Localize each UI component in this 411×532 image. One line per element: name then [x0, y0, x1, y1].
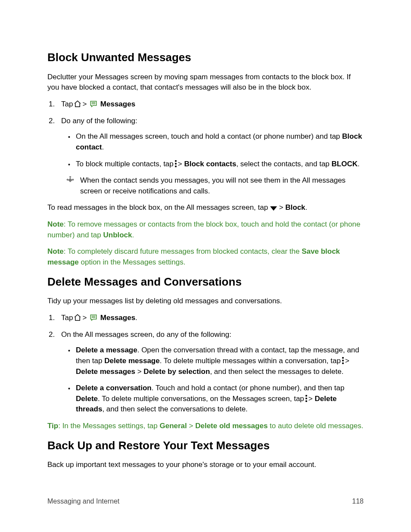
messages-app-label: Messages	[100, 100, 135, 108]
section1-step2: Do any of the following: On the All mess…	[57, 116, 364, 197]
text-segment: .	[132, 231, 134, 239]
more-vert-icon	[174, 160, 178, 168]
svg-rect-2	[175, 165, 177, 167]
bold-delete-a-message: Delete a message	[76, 346, 137, 354]
bold-delete-a-conversation: Delete a conversation	[76, 384, 152, 392]
text-segment: : In the Messages settings, tap	[58, 422, 159, 430]
section2-steps: Tap > Messages. On the All messages scre…	[47, 313, 364, 415]
text-segment: . Touch and hold a contact (or phone num…	[152, 384, 345, 392]
section2-bullets: Delete a message. Open the conversation …	[61, 345, 364, 415]
text-segment: .	[305, 203, 308, 212]
svg-rect-8	[342, 357, 344, 359]
note-label: Note	[47, 247, 64, 255]
svg-rect-9	[342, 360, 344, 361]
svg-marker-7	[270, 206, 277, 211]
text-segment: To block multiple contacts, tap	[76, 160, 174, 168]
bold-unblock: Unblock	[103, 231, 132, 239]
text-segment: to auto delete old messages.	[268, 422, 363, 430]
section2-step2: On the All messages screen, do any of th…	[57, 330, 364, 415]
svg-rect-3	[69, 176, 71, 178]
bold-delete: Delete	[76, 395, 98, 403]
text-segment: .	[358, 160, 360, 168]
more-vert-icon	[341, 357, 345, 364]
bold-block-contacts: Block contacts	[184, 160, 236, 168]
text-segment: . To delete multiple messages within a c…	[160, 357, 341, 365]
diamond-tip-icon	[66, 176, 74, 187]
section1-intro: Declutter your Messages screen by moving…	[47, 72, 364, 93]
diamond-tip-row: When the contact sends you messages, you…	[61, 175, 364, 196]
footer-section-label: Messaging and Internet	[47, 496, 119, 506]
svg-rect-10	[342, 362, 344, 364]
section-heading-block-unwanted: Block Unwanted Messages	[47, 50, 364, 66]
bullet-block-contact: On the All messages screen, touch and ho…	[76, 131, 364, 152]
bold-delete-old-messages: Delete old messages	[195, 422, 268, 430]
text-segment: .	[102, 143, 104, 151]
bullet-block-multiple: To block multiple contacts, tap > Block …	[76, 159, 364, 170]
messages-list-icon	[89, 314, 98, 321]
messages-app-label: Messages	[100, 314, 135, 322]
bold-block-caps: BLOCK	[332, 160, 358, 168]
section2-step1: Tap > Messages.	[57, 313, 364, 324]
svg-rect-6	[68, 178, 72, 182]
bold-delete-messages: Delete messages	[76, 367, 135, 376]
bold-general: General	[159, 422, 187, 430]
section-heading-delete: Delete Messages and Conversations	[47, 274, 364, 290]
section1-bullets: On the All messages screen, touch and ho…	[61, 131, 364, 169]
step1-tap-label: Tap	[61, 314, 73, 322]
text-segment: : To completely discard future messages …	[64, 247, 302, 255]
svg-rect-11	[305, 395, 307, 397]
bullet-delete-message: Delete a message. Open the conversation …	[76, 345, 364, 377]
svg-rect-5	[72, 179, 74, 181]
text-segment: option in the Messages settings.	[79, 258, 186, 266]
svg-rect-1	[175, 163, 177, 165]
messages-list-icon	[89, 100, 98, 108]
bold-delete-by-selection: Delete by selection	[143, 367, 210, 376]
home-icon	[73, 314, 82, 321]
text-segment: . To delete multiple conversations, on t…	[98, 395, 304, 403]
svg-rect-13	[305, 400, 307, 402]
home-icon	[73, 100, 82, 108]
note-unblock: Note: To remove messages or contacts fro…	[47, 219, 364, 240]
section1-step1: Tap > Messages	[57, 99, 364, 110]
svg-rect-4	[66, 179, 68, 181]
section-heading-backup: Back Up and Restore Your Text Messages	[47, 438, 364, 454]
bullet-delete-conversation: Delete a conversation. Touch and hold a …	[76, 383, 364, 415]
text-segment: On the All messages screen, touch and ho…	[76, 132, 342, 140]
text-segment: , and then select the messages to delete…	[210, 367, 343, 376]
section3-intro: Back up important text messages to your …	[47, 460, 364, 470]
diamond-tip-text: When the contact sends you messages, you…	[80, 175, 364, 196]
bold-block: Block	[285, 203, 305, 212]
note-save-block-message: Note: To completely discard future messa…	[47, 246, 364, 268]
more-vert-icon	[304, 395, 308, 402]
text-segment: , select the contacts, and tap	[236, 160, 331, 168]
page-footer: Messaging and Internet 118	[47, 496, 364, 506]
text-segment: To read messages in the block box, on th…	[47, 203, 270, 212]
svg-rect-0	[175, 160, 177, 162]
footer-page-number: 118	[352, 496, 364, 506]
text-segment: : To remove messages or contacts from th…	[47, 220, 360, 239]
svg-rect-12	[305, 398, 307, 399]
step2-lead: Do any of the following:	[61, 117, 137, 125]
text-segment: , and then select the conversations to d…	[102, 405, 247, 413]
chevron-down-icon	[270, 206, 277, 211]
note-label: Note	[47, 220, 64, 228]
step1-tap-label: Tap	[61, 100, 73, 108]
document-page: Block Unwanted Messages Declutter your M…	[0, 0, 411, 532]
section1-steps: Tap > Messages Do any of the following: …	[47, 99, 364, 196]
section2-intro: Tidy up your messages list by deleting o…	[47, 296, 364, 307]
read-block-box: To read messages in the block box, on th…	[47, 202, 364, 213]
tip-delete-old: Tip: In the Messages settings, tap Gener…	[47, 421, 364, 432]
text-segment: .	[135, 314, 137, 322]
tip-label: Tip	[47, 422, 58, 430]
step2-lead: On the All messages screen, do any of th…	[61, 330, 231, 339]
bold-delete-message: Delete message	[104, 357, 160, 365]
